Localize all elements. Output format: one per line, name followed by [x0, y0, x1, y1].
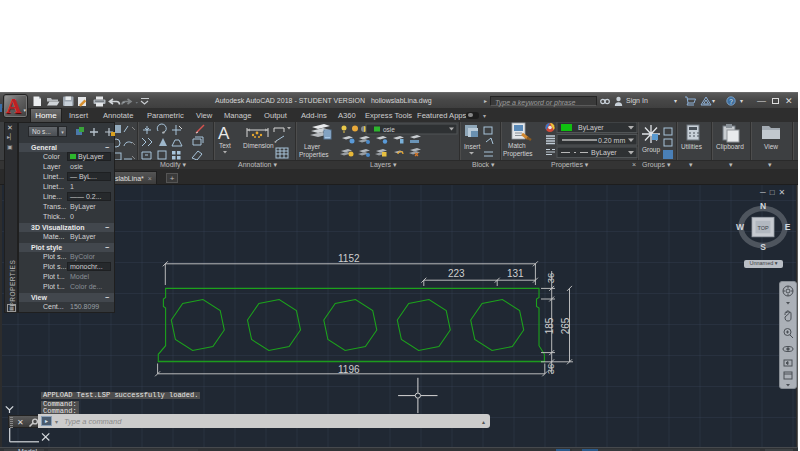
- svg-text:Utilities: Utilities: [681, 143, 703, 150]
- svg-text:Clipboard: Clipboard: [716, 143, 744, 151]
- svg-text:A: A: [218, 124, 230, 143]
- svg-text:Properties: Properties: [503, 150, 533, 158]
- svg-text:W: W: [736, 222, 745, 232]
- svg-text:Match: Match: [508, 142, 526, 149]
- svg-text:osie: osie: [383, 126, 395, 133]
- svg-text:Group: Group: [642, 146, 660, 154]
- svg-text:131: 131: [507, 268, 524, 279]
- svg-text:265: 265: [560, 317, 571, 334]
- svg-text:36: 36: [545, 364, 556, 375]
- svg-text:ByLayer: ByLayer: [591, 149, 617, 157]
- svg-text:E: E: [785, 222, 791, 232]
- svg-text:0.20 mm: 0.20 mm: [598, 137, 625, 144]
- svg-text:1196: 1196: [338, 364, 360, 375]
- svg-text:ByLayer: ByLayer: [578, 124, 604, 132]
- svg-text:Dimension: Dimension: [243, 142, 274, 149]
- svg-text:36: 36: [545, 273, 556, 284]
- svg-text:Text: Text: [219, 142, 231, 149]
- svg-text:185: 185: [544, 317, 555, 334]
- svg-text:Properties: Properties: [299, 151, 329, 159]
- svg-text:223: 223: [448, 268, 465, 279]
- svg-text:View: View: [764, 143, 778, 150]
- svg-text:Insert: Insert: [464, 143, 480, 150]
- svg-text:Layer: Layer: [304, 143, 321, 151]
- svg-text:?: ?: [729, 98, 733, 105]
- svg-text:TOP: TOP: [757, 225, 769, 231]
- svg-text:1152: 1152: [338, 253, 360, 264]
- svg-text:N: N: [760, 201, 766, 211]
- svg-text:S: S: [760, 242, 766, 252]
